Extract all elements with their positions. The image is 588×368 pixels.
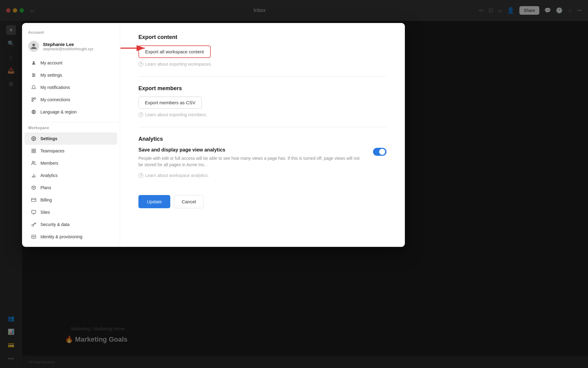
cancel-button[interactable]: Cancel: [174, 195, 204, 208]
export-members-title: Export members: [138, 85, 386, 92]
analytics-section: Analytics Save and display page view ana…: [138, 136, 386, 178]
nav-language-region[interactable]: Language & region: [24, 106, 117, 118]
analytics-learn-text: Learn about workspace analytics.: [145, 173, 209, 178]
avatar: [28, 41, 39, 52]
nav-plans-label: Plans: [40, 185, 51, 190]
members-icon: [31, 160, 37, 166]
nav-members[interactable]: Members: [24, 157, 117, 169]
export-workspace-learn-text: Learn about exporting workspaces.: [145, 62, 212, 67]
user-name: Stephanie Lee: [43, 42, 93, 47]
help-icon-3: ?: [138, 173, 143, 178]
svg-rect-14: [32, 149, 33, 151]
nav-my-account-label: My account: [40, 60, 62, 65]
analytics-toggle-text: Save and display page view analytics Peo…: [138, 147, 361, 168]
analytics-toggle-row: Save and display page view analytics Peo…: [138, 147, 386, 168]
svg-rect-16: [32, 151, 33, 153]
nav-settings[interactable]: Settings: [24, 132, 117, 145]
analytics-learn[interactable]: ? Learn about workspace analytics.: [138, 173, 386, 178]
sidebar-divider: [22, 122, 120, 122]
help-icon-1: ?: [138, 62, 143, 67]
svg-point-2: [33, 61, 34, 63]
export-content-section: Export content Export all workspace cont…: [138, 34, 386, 67]
nav-security-data[interactable]: Security & data: [24, 218, 117, 231]
nav-teamspaces[interactable]: Teamspaces: [24, 145, 117, 157]
connections-icon: [31, 97, 37, 103]
nav-identity-provisioning[interactable]: Identity & provisioning: [24, 231, 117, 243]
nav-teamspaces-label: Teamspaces: [40, 148, 65, 153]
user-details: Stephanie Lee stephanie@toolsforthought.…: [43, 42, 93, 51]
svg-point-6: [32, 74, 33, 75]
billing-icon: [31, 197, 37, 203]
nav-settings-label: Settings: [40, 136, 57, 141]
export-members-learn[interactable]: ? Learn about exporting members.: [138, 112, 386, 117]
arrow-indicator: [118, 40, 149, 56]
nav-my-settings-label: My settings: [40, 73, 62, 78]
analytics-title: Analytics: [138, 136, 386, 142]
svg-rect-15: [34, 149, 36, 151]
identity-icon: [31, 234, 37, 240]
nav-sites-label: Sites: [40, 210, 50, 215]
nav-language-region-label: Language & region: [40, 109, 77, 114]
svg-point-8: [33, 76, 34, 77]
svg-rect-9: [32, 98, 33, 99]
person-icon: [31, 60, 37, 66]
svg-point-13: [33, 138, 34, 139]
svg-rect-17: [34, 151, 36, 153]
nav-my-settings[interactable]: My settings: [24, 69, 117, 81]
modal-content: Export content Export all workspace cont…: [120, 23, 405, 247]
plans-icon: [31, 185, 37, 191]
nav-my-account[interactable]: My account: [24, 57, 117, 69]
divider-1: [138, 76, 386, 77]
nav-security-data-label: Security & data: [40, 222, 70, 227]
analytics-toggle[interactable]: [373, 148, 386, 156]
update-button[interactable]: Update: [138, 195, 170, 208]
key-icon: [31, 221, 37, 228]
nav-my-notifications-label: My notifications: [40, 85, 70, 90]
svg-rect-25: [32, 210, 36, 213]
export-content-title: Export content: [138, 34, 386, 40]
nav-billing[interactable]: Billing: [24, 194, 117, 206]
toggle-slider: [373, 148, 386, 156]
help-icon-2: ?: [138, 112, 143, 117]
user-info: Stephanie Lee stephanie@toolsforthought.…: [22, 37, 120, 57]
export-workspace-learn[interactable]: ? Learn about exporting workspaces.: [138, 62, 386, 67]
nav-my-connections-label: My connections: [40, 97, 70, 102]
modal-footer: Update Cancel: [138, 190, 386, 208]
svg-rect-10: [34, 98, 36, 99]
settings-modal: Account Stephanie Lee stephanie@toolsfor…: [22, 23, 405, 247]
svg-point-26: [32, 224, 34, 226]
svg-rect-11: [32, 100, 33, 102]
svg-point-28: [33, 236, 34, 237]
workspace-section-label: Workspace: [22, 126, 120, 132]
analytics-toggle-label: Save and display page view analytics: [138, 147, 361, 153]
export-members-learn-text: Learn about exporting members.: [145, 112, 207, 117]
nav-my-connections[interactable]: My connections: [24, 94, 117, 106]
export-members-button[interactable]: Export members as CSV: [138, 97, 202, 109]
gear-icon: [31, 136, 37, 142]
sites-icon: [31, 209, 37, 215]
nav-sites[interactable]: Sites: [24, 206, 117, 218]
nav-identity-provisioning-label: Identity & provisioning: [40, 234, 82, 239]
nav-plans[interactable]: Plans: [24, 182, 117, 194]
svg-point-18: [32, 161, 34, 163]
globe-icon: [31, 109, 37, 115]
account-section-label: Account: [22, 30, 120, 37]
nav-my-notifications[interactable]: My notifications: [24, 81, 117, 94]
user-email: stephanie@toolsforthought.xyz: [43, 47, 93, 51]
sliders-icon: [31, 72, 37, 78]
export-members-section: Export members Export members as CSV ? L…: [138, 85, 386, 117]
nav-billing-label: Billing: [40, 197, 52, 202]
teamspaces-icon: [31, 148, 37, 154]
svg-point-7: [34, 75, 35, 76]
svg-rect-23: [32, 198, 36, 202]
nav-members-label: Members: [40, 161, 58, 166]
nav-analytics-label: Analytics: [40, 173, 58, 178]
export-workspace-button[interactable]: Export all workspace content: [138, 45, 211, 58]
bell-icon: [31, 84, 37, 90]
analytics-toggle-desc: People with edit or full access will be …: [138, 155, 361, 168]
nav-analytics[interactable]: Analytics: [24, 169, 117, 182]
analytics-icon: [31, 172, 37, 178]
divider-2: [138, 127, 386, 127]
modal-sidebar: Account Stephanie Lee stephanie@toolsfor…: [22, 23, 120, 247]
